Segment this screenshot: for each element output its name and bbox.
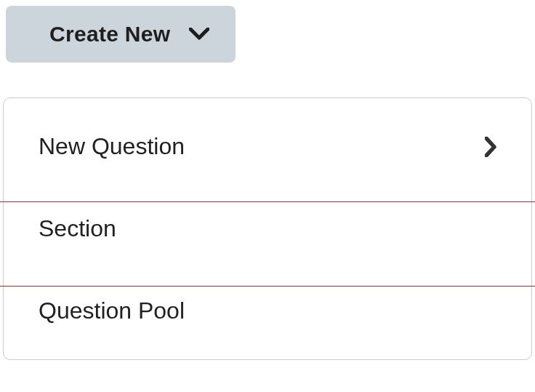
create-new-dropdown: New Question Section Question Pool — [3, 97, 532, 360]
create-new-button[interactable]: Create New — [6, 6, 236, 63]
menu-item-new-question[interactable]: New Question — [4, 98, 531, 188]
create-new-label: Create New — [49, 22, 170, 47]
menu-item-label: Section — [39, 215, 116, 242]
menu-item-label: New Question — [39, 133, 185, 160]
menu-item-question-pool[interactable]: Question Pool — [4, 270, 531, 359]
chevron-right-icon — [485, 137, 496, 157]
chevron-down-icon — [189, 28, 209, 41]
menu-item-section[interactable]: Section — [4, 188, 531, 270]
menu-item-label: Question Pool — [39, 297, 185, 324]
